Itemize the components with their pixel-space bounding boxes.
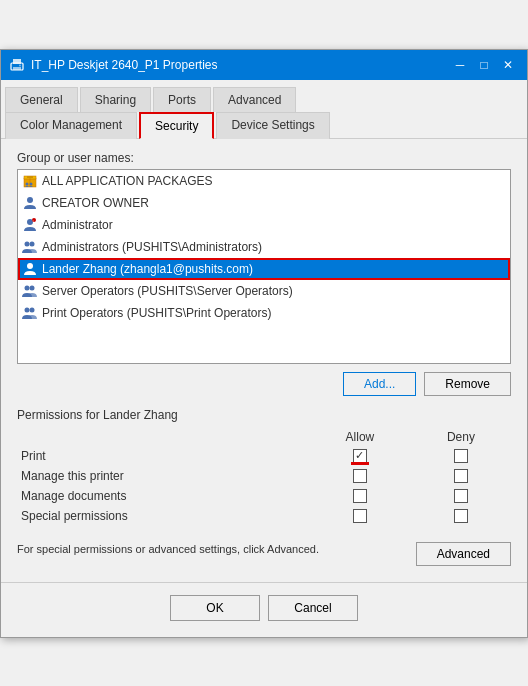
svg-rect-7 (27, 176, 33, 178)
perm-label: Special permissions (17, 506, 309, 526)
svg-point-3 (19, 64, 21, 66)
svg-point-9 (30, 182, 33, 185)
list-item[interactable]: CREATOR OWNER (18, 192, 510, 214)
close-button[interactable]: ✕ (497, 55, 519, 75)
user-icon (22, 261, 38, 277)
tab-color-management[interactable]: Color Management (5, 112, 137, 139)
permissions-title: Permissions for Lander Zhang (17, 408, 511, 422)
main-content: Group or user names: (1, 139, 527, 582)
tab-sharing[interactable]: Sharing (80, 87, 151, 112)
group-icon (22, 305, 38, 321)
tab-security[interactable]: Security (139, 112, 214, 139)
print-allow-container (353, 449, 367, 463)
table-row: Print (17, 446, 511, 466)
tabs-row: General Sharing Ports Advanced (1, 80, 527, 111)
permissions-table: Allow Deny Print (17, 428, 511, 526)
tabs-container: General Sharing Ports Advanced Color Man… (1, 80, 527, 139)
deny-checkbox-wrapper (417, 509, 505, 523)
ok-button[interactable]: OK (170, 595, 260, 621)
table-row: Manage documents (17, 486, 511, 506)
list-item[interactable]: Print Operators (PUSHITS\Print Operators… (18, 302, 510, 324)
title-bar-left: IT_HP Deskjet 2640_P1 Properties (9, 57, 218, 73)
col-allow: Allow (309, 428, 411, 446)
user-name: ALL APPLICATION PACKAGES (42, 174, 213, 188)
svg-point-17 (25, 285, 30, 290)
list-item[interactable]: Server Operators (PUSHITS\Server Operato… (18, 280, 510, 302)
printer-icon (9, 57, 25, 73)
window-controls: ─ □ ✕ (449, 55, 519, 75)
deny-checkbox-wrapper (417, 449, 505, 463)
admin-icon: ! (22, 217, 38, 233)
manage-printer-deny-checkbox[interactable] (454, 469, 468, 483)
tab-ports[interactable]: Ports (153, 87, 211, 112)
svg-point-14 (25, 241, 30, 246)
svg-rect-2 (13, 67, 21, 70)
user-name: Administrator (42, 218, 113, 232)
manage-docs-allow-checkbox[interactable] (353, 489, 367, 503)
bottom-buttons: OK Cancel (1, 582, 527, 637)
users-list[interactable]: ALL APPLICATION PACKAGES CREATOR OWNER (17, 169, 511, 364)
allow-checkbox-wrapper (315, 489, 405, 503)
add-remove-row: Add... Remove (17, 372, 511, 396)
special-allow-checkbox[interactable] (353, 509, 367, 523)
special-deny-checkbox[interactable] (454, 509, 468, 523)
deny-cell (411, 466, 511, 486)
deny-checkbox-wrapper (417, 489, 505, 503)
svg-point-18 (30, 285, 35, 290)
package-icon (22, 173, 38, 189)
window-title: IT_HP Deskjet 2640_P1 Properties (31, 58, 218, 72)
group-label: Group or user names: (17, 151, 511, 165)
title-bar: IT_HP Deskjet 2640_P1 Properties ─ □ ✕ (1, 50, 527, 80)
svg-point-10 (27, 197, 33, 203)
red-underline (351, 462, 369, 465)
col-deny: Deny (411, 428, 511, 446)
manage-docs-deny-checkbox[interactable] (454, 489, 468, 503)
user-name: Server Operators (PUSHITS\Server Operato… (42, 284, 293, 298)
group-icon (22, 239, 38, 255)
advanced-description: For special permissions or advanced sett… (17, 542, 319, 557)
perm-label: Manage documents (17, 486, 309, 506)
tabs-row-2: Color Management Security Device Setting… (1, 111, 527, 138)
user-icon (22, 195, 38, 211)
table-row: Manage this printer (17, 466, 511, 486)
maximize-button[interactable]: □ (473, 55, 495, 75)
list-item-lander-zhang[interactable]: Lander Zhang (zhangla1@pushits.com) (18, 258, 510, 280)
user-name: Administrators (PUSHITS\Administrators) (42, 240, 262, 254)
perm-label: Manage this printer (17, 466, 309, 486)
print-deny-checkbox[interactable] (454, 449, 468, 463)
user-name: Lander Zhang (zhangla1@pushits.com) (42, 262, 253, 276)
table-row: Special permissions (17, 506, 511, 526)
deny-checkbox-wrapper (417, 469, 505, 483)
tab-advanced[interactable]: Advanced (213, 87, 296, 112)
allow-cell (309, 466, 411, 486)
list-item[interactable]: ALL APPLICATION PACKAGES (18, 170, 510, 192)
group-icon (22, 283, 38, 299)
svg-rect-1 (13, 59, 21, 64)
tab-general[interactable]: General (5, 87, 78, 112)
list-item[interactable]: Administrators (PUSHITS\Administrators) (18, 236, 510, 258)
properties-dialog: IT_HP Deskjet 2640_P1 Properties ─ □ ✕ G… (0, 49, 528, 638)
allow-cell (309, 506, 411, 526)
advanced-button[interactable]: Advanced (416, 542, 511, 566)
deny-cell (411, 486, 511, 506)
deny-cell (411, 506, 511, 526)
perm-label: Print (17, 446, 309, 466)
cancel-button[interactable]: Cancel (268, 595, 358, 621)
allow-checkbox-wrapper (315, 509, 405, 523)
svg-point-8 (26, 182, 29, 185)
minimize-button[interactable]: ─ (449, 55, 471, 75)
manage-printer-allow-checkbox[interactable] (353, 469, 367, 483)
print-allow-checkbox[interactable] (353, 449, 367, 463)
list-item[interactable]: ! Administrator (18, 214, 510, 236)
svg-point-15 (30, 241, 35, 246)
add-button[interactable]: Add... (343, 372, 416, 396)
allow-checkbox-wrapper (315, 449, 405, 463)
deny-cell (411, 446, 511, 466)
svg-point-19 (25, 307, 30, 312)
col-permission (17, 428, 309, 446)
user-name: Print Operators (PUSHITS\Print Operators… (42, 306, 271, 320)
remove-button[interactable]: Remove (424, 372, 511, 396)
svg-point-20 (30, 307, 35, 312)
tab-device-settings[interactable]: Device Settings (216, 112, 329, 139)
svg-point-16 (27, 263, 33, 269)
